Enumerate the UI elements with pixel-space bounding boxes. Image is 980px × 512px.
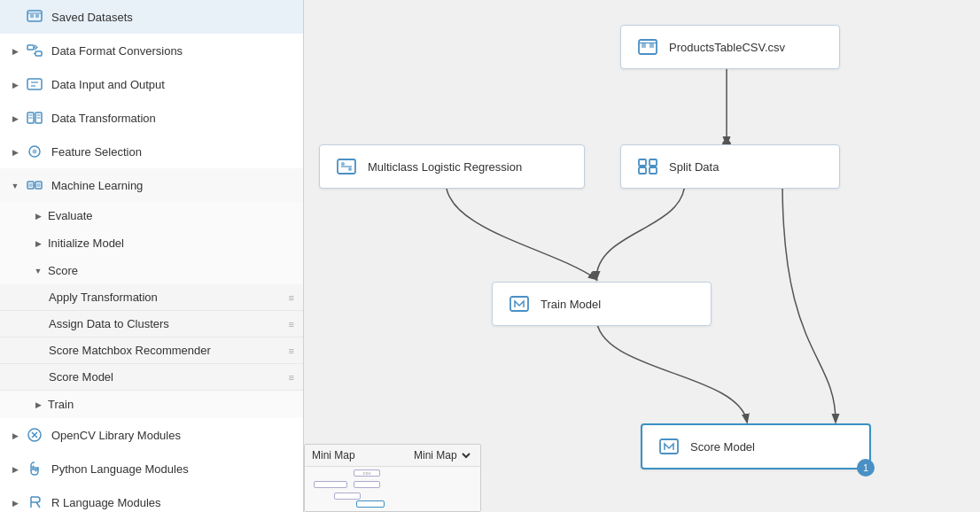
sidebar-item-machine-learning[interactable]: Machine Learning xyxy=(0,168,303,202)
canvas: ProductsTableCSV.csv Split Data Multicla… xyxy=(304,0,980,512)
data-transformation-icon xyxy=(25,108,44,128)
node-train-model-icon xyxy=(507,291,532,316)
node-split-data-icon xyxy=(635,154,660,179)
feature-selection-icon xyxy=(25,142,44,161)
svg-point-16 xyxy=(33,150,37,154)
arrow-initialize-model xyxy=(32,238,44,248)
opencv-icon xyxy=(25,425,44,445)
svg-rect-4 xyxy=(27,45,34,50)
node-multiclass-icon xyxy=(334,154,359,179)
sidebar-item-data-transformation[interactable]: Data Transformation xyxy=(0,101,303,135)
minimap-content: csv xyxy=(305,467,480,511)
sidebar-item-evaluate[interactable]: Evaluate xyxy=(0,202,303,229)
rlang-icon xyxy=(25,493,44,512)
svg-rect-36 xyxy=(649,43,654,48)
minimap-node-logistic xyxy=(314,481,347,488)
node-train-model-label: Train Model xyxy=(541,298,601,311)
node-split-data[interactable]: Split Data xyxy=(620,144,840,189)
sidebar-label-rlang: R Language Modules xyxy=(51,496,161,509)
node-train-model[interactable]: Train Model xyxy=(492,282,712,326)
svg-rect-17 xyxy=(27,182,34,189)
drag-handle-apply-transformation: ≡ xyxy=(289,292,294,303)
minimap-dropdown[interactable]: Mini Map Overview xyxy=(410,448,473,462)
svg-rect-35 xyxy=(642,43,646,48)
node-score-model-icon xyxy=(657,434,681,459)
sidebar-item-feature-selection[interactable]: Feature Selection xyxy=(0,135,303,168)
minimap-node-train xyxy=(334,493,361,500)
sidebar-item-assign-data-to-clusters[interactable]: Assign Data to Clusters ≡ xyxy=(0,311,303,337)
arrow-data-input xyxy=(9,80,21,89)
sidebar-item-python[interactable]: Python Language Modules xyxy=(0,452,303,485)
minimap-node-score xyxy=(356,500,385,508)
sidebar-item-apply-transformation[interactable]: Apply Transformation ≡ xyxy=(0,284,303,311)
sidebar-label-opencv: OpenCV Library Modules xyxy=(51,429,181,442)
svg-rect-1 xyxy=(30,14,34,18)
arrow-data-transformation xyxy=(9,113,21,123)
node-score-model-badge: 1 xyxy=(857,459,875,477)
data-format-icon xyxy=(25,41,44,60)
sidebar-label-data-format-conversions: Data Format Conversions xyxy=(51,44,183,58)
sidebar-label-score-matchbox-recommender: Score Matchbox Recommender xyxy=(49,344,211,357)
arrow-machine-learning xyxy=(9,181,21,190)
sidebar-subitem-score-model[interactable]: Score Model ≡ xyxy=(0,364,303,391)
data-input-icon xyxy=(25,74,44,94)
sidebar-label-apply-transformation: Apply Transformation xyxy=(49,291,158,304)
drag-handle-score-matchbox-recommender: ≡ xyxy=(289,345,294,356)
svg-rect-39 xyxy=(649,159,657,166)
sidebar-item-rlang[interactable]: R Language Modules xyxy=(0,485,303,512)
drag-handle-assign-data-to-clusters: ≡ xyxy=(289,319,294,330)
arrow-feature-selection xyxy=(9,147,21,157)
arrow-score xyxy=(32,266,44,275)
sidebar-label-score-model-sub: Score Model xyxy=(49,370,113,384)
minimap-node-split xyxy=(354,481,380,488)
sidebar-item-saved-datasets[interactable]: Saved Datasets xyxy=(0,0,303,34)
saved-datasets-icon xyxy=(25,7,44,27)
node-multiclass-label: Multiclass Logistic Regression xyxy=(368,160,522,174)
node-score-model[interactable]: Score Model 1 xyxy=(641,423,871,469)
arrow-rlang xyxy=(9,498,21,508)
svg-rect-38 xyxy=(639,159,646,166)
sidebar-label-score: Score xyxy=(48,264,78,277)
machine-learning-icon xyxy=(25,175,44,195)
sidebar-item-data-input-output[interactable]: Data Input and Output xyxy=(0,67,303,101)
svg-rect-47 xyxy=(660,439,678,454)
svg-point-26 xyxy=(35,470,37,472)
sidebar-label-initialize-model: Initialize Model xyxy=(48,237,124,250)
svg-point-45 xyxy=(348,167,352,171)
minimap-header: Mini Map Mini Map Overview xyxy=(305,445,480,467)
sidebar-label-data-transformation: Data Transformation xyxy=(51,112,156,125)
sidebar-label-train: Train xyxy=(48,398,74,411)
node-multiclass-logistic[interactable]: Multiclass Logistic Regression xyxy=(319,144,585,189)
sidebar-label-data-input-output: Data Input and Output xyxy=(51,78,165,91)
node-products-csv-label: ProductsTableCSV.csv xyxy=(669,41,785,54)
sidebar-item-score-matchbox-recommender[interactable]: Score Matchbox Recommender ≡ xyxy=(0,337,303,364)
arrow-opencv xyxy=(9,431,21,440)
sidebar-item-train[interactable]: Train xyxy=(0,391,303,418)
sidebar-item-initialize-model[interactable]: Initialize Model xyxy=(0,229,303,257)
svg-rect-2 xyxy=(35,14,39,18)
arrow-train xyxy=(32,400,44,409)
python-icon xyxy=(25,459,44,478)
svg-rect-40 xyxy=(639,167,646,174)
sidebar-item-score[interactable]: Score xyxy=(0,257,303,284)
node-split-data-label: Split Data xyxy=(669,160,719,174)
minimap: Mini Map Mini Map Overview csv xyxy=(304,444,481,512)
sidebar-item-data-format-conversions[interactable]: Data Format Conversions xyxy=(0,34,303,67)
svg-point-25 xyxy=(33,466,35,468)
svg-rect-6 xyxy=(27,79,42,89)
svg-rect-5 xyxy=(35,51,42,56)
minimap-node-csv: csv xyxy=(354,469,380,477)
svg-rect-41 xyxy=(649,167,657,174)
sidebar-item-opencv[interactable]: OpenCV Library Modules xyxy=(0,418,303,452)
node-products-csv[interactable]: ProductsTableCSV.csv xyxy=(620,25,840,69)
sidebar-label-saved-datasets: Saved Datasets xyxy=(51,11,133,24)
drag-handle-score-model: ≡ xyxy=(289,372,294,383)
node-score-model-label: Score Model xyxy=(690,440,755,454)
sidebar-label-python: Python Language Modules xyxy=(51,462,189,476)
svg-rect-46 xyxy=(510,297,528,311)
sidebar-label-evaluate: Evaluate xyxy=(48,209,93,222)
minimap-label: Mini Map xyxy=(312,449,355,462)
sidebar-label-feature-selection: Feature Selection xyxy=(51,145,142,159)
sidebar-label-assign-data-to-clusters: Assign Data to Clusters xyxy=(49,317,169,330)
node-products-csv-icon xyxy=(635,35,660,59)
